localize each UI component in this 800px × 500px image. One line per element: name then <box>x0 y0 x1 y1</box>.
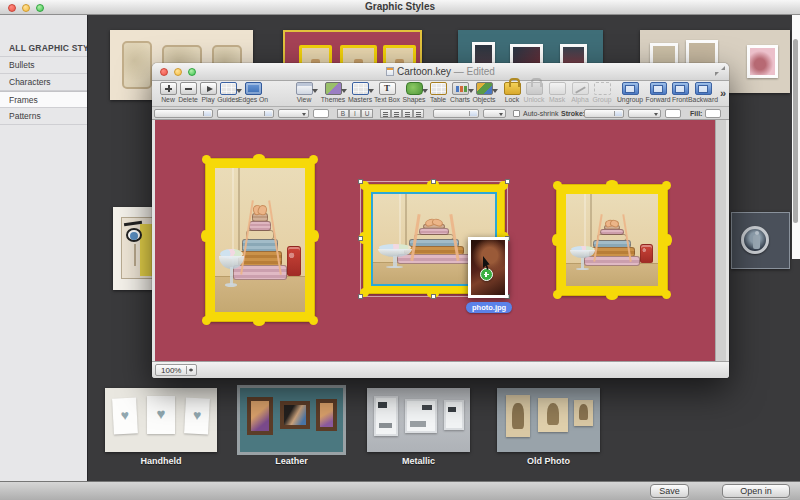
thumb-art <box>506 395 530 437</box>
open-in-keynote-button[interactable]: Open in Keynote <box>722 484 790 498</box>
bold-button[interactable]: B <box>337 109 349 118</box>
masters-icon <box>352 82 369 95</box>
align-justify-button[interactable] <box>413 109 424 118</box>
style-thumbnail-leather[interactable] <box>240 388 343 452</box>
document-icon <box>386 67 394 76</box>
text-box-icon: T <box>379 82 396 95</box>
keynote-window-title: Cartoon.key — Edited <box>152 66 729 77</box>
group-icon <box>594 82 611 95</box>
thumb-art <box>444 400 464 430</box>
app-titlebar: Graphic Styles <box>0 0 800 15</box>
copy-plus-badge-icon <box>480 268 493 281</box>
underline-button[interactable]: U <box>361 109 373 118</box>
line-spacing-select[interactable] <box>433 109 479 118</box>
style-thumbnail-porthole-partial[interactable] <box>731 212 790 269</box>
fill-color-well[interactable] <box>705 109 721 118</box>
sidebar-item-label: Characters <box>9 77 51 87</box>
italic-button[interactable]: I <box>349 109 361 118</box>
sidebar: ALL GRAPHIC STYLES Bullets Characters Fr… <box>0 15 88 482</box>
thumb-art: ♥ <box>147 396 175 434</box>
style-thumbnail-handheld[interactable]: ♥ ♥ ♥ <box>105 388 217 452</box>
sidebar-item-label: Frames <box>9 95 38 105</box>
stroke-color-well[interactable] <box>665 109 681 118</box>
stroke-line-select[interactable] <box>628 109 661 118</box>
frame-bump <box>553 181 562 190</box>
frame-bump <box>311 230 319 242</box>
selection-handle[interactable] <box>431 179 436 184</box>
frame-bump <box>309 316 318 325</box>
thumb-art: ♥ <box>112 397 138 434</box>
selection-handle[interactable] <box>358 179 363 184</box>
fullscreen-resize-icon[interactable] <box>715 66 725 76</box>
style-label-handheld: Handheld <box>105 456 217 466</box>
frame-bump <box>309 155 318 164</box>
frame-bump <box>253 154 265 162</box>
align-center-button[interactable] <box>391 109 402 118</box>
font-size-select[interactable] <box>278 109 309 118</box>
selection-handle[interactable] <box>505 179 510 184</box>
frame-bump <box>664 234 672 246</box>
auto-shrink-label: Auto-shrink <box>523 110 558 117</box>
frame-bump <box>202 316 211 325</box>
keynote-statusbar: 100% <box>152 361 729 378</box>
screen: Graphic Styles ALL GRAPHIC STYLES Bullet… <box>0 0 800 500</box>
thumb-art <box>121 217 155 279</box>
typeface-select[interactable] <box>217 109 274 118</box>
thumb-art <box>374 396 398 436</box>
slide-canvas[interactable]: photo.jpg <box>155 120 715 361</box>
zoom-level-select[interactable]: 100% <box>155 364 197 376</box>
thumb-art <box>122 41 152 89</box>
style-label-old-photo: Old Photo <box>497 456 600 466</box>
sidebar-item-bullets[interactable]: Bullets <box>0 57 87 74</box>
drag-filename-label: photo.jpg <box>466 302 512 313</box>
frame-bump <box>202 155 211 164</box>
heart-icon: ♥ <box>192 407 201 423</box>
toolbar-label: Edges On <box>235 96 271 103</box>
save-button[interactable]: Save <box>650 484 689 498</box>
align-right-button[interactable] <box>402 109 413 118</box>
selection-handle[interactable] <box>358 294 363 299</box>
columns-select[interactable] <box>483 109 506 118</box>
toolbar-overflow-button[interactable]: » <box>720 87 726 99</box>
align-left-button[interactable] <box>380 109 391 118</box>
sidebar-item-characters[interactable]: Characters <box>0 74 87 91</box>
toolbar-edges-on-button[interactable]: Edges On <box>235 82 271 103</box>
backward-icon <box>695 82 712 95</box>
cake-photo <box>215 168 305 312</box>
selection-handle[interactable] <box>358 236 363 241</box>
frame-bump <box>606 180 618 188</box>
frame-bump <box>253 318 265 326</box>
cake-photo <box>566 194 658 286</box>
toolbar-backward-button[interactable]: Backward <box>685 82 721 103</box>
thumb-art <box>538 398 568 432</box>
text-color-well[interactable] <box>313 109 329 118</box>
scrollbar[interactable] <box>792 15 800 259</box>
scrollbar-thumb[interactable] <box>793 39 798 223</box>
thumb-art <box>574 400 593 426</box>
canvas-scroll-area[interactable] <box>715 120 726 361</box>
footer-bar: Save Open in Keynote <box>0 481 800 500</box>
thumb-art <box>405 399 437 433</box>
zoom-stepper-icon[interactable] <box>186 366 195 374</box>
stroke-style-select[interactable] <box>584 109 624 118</box>
sidebar-item-all-graphic-styles[interactable]: ALL GRAPHIC STYLES <box>0 40 87 57</box>
selection-handle[interactable] <box>431 294 436 299</box>
thumb-art <box>280 401 310 429</box>
keynote-titlebar[interactable]: Cartoon.key — Edited <box>152 63 729 81</box>
thumb-art <box>247 397 273 435</box>
objects-icon <box>476 82 493 95</box>
stroke-label: Stroke: <box>561 110 585 117</box>
guides-icon <box>220 82 237 95</box>
style-thumbnail-old-photo[interactable] <box>497 388 600 452</box>
cartoon-frame-right[interactable] <box>556 184 668 296</box>
thumb-art: ♥ <box>184 397 210 434</box>
heart-icon: ♥ <box>120 407 129 423</box>
sidebar-item-frames[interactable]: Frames <box>0 91 87 108</box>
ungroup-icon <box>622 82 639 95</box>
sidebar-item-patterns[interactable]: Patterns <box>0 108 87 125</box>
style-thumbnail-metallic[interactable] <box>367 388 470 452</box>
themes-icon <box>325 82 342 95</box>
auto-shrink-checkbox[interactable] <box>513 110 520 117</box>
cartoon-frame-left[interactable] <box>205 158 315 322</box>
font-family-select[interactable] <box>154 109 213 118</box>
